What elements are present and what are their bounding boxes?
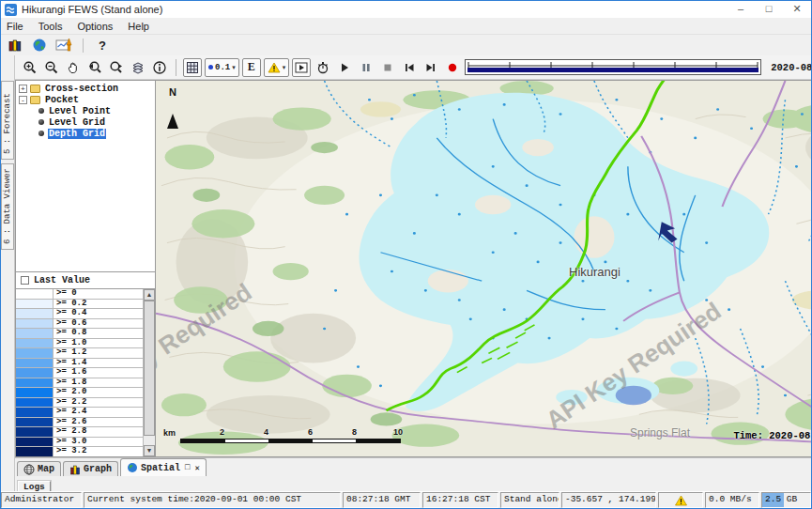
tree-item[interactable]: Level Grid [16, 116, 155, 128]
scale-tick: 2 [220, 427, 224, 437]
tab-graph-label: Graph [84, 464, 112, 474]
legend-scrollbar[interactable]: ▲ ▼ [143, 289, 155, 456]
legend-row[interactable]: >= 3.2 [16, 447, 143, 456]
legend-row[interactable]: >= 0 [16, 289, 143, 300]
basemap [156, 81, 812, 456]
zoom-out-icon[interactable] [42, 58, 61, 77]
legend-swatch [16, 438, 54, 447]
title-bar: Hikurangi FEWS (Stand alone) – □ ✕ [1, 1, 811, 18]
toolbar-separator [176, 59, 176, 76]
tab-map-label: Map [38, 464, 54, 474]
maximize-button[interactable]: □ [755, 1, 783, 18]
legend-label: >= 1.6 [54, 368, 143, 378]
info-icon[interactable] [150, 58, 169, 77]
legend-swatch [16, 329, 54, 338]
stop-icon[interactable] [378, 58, 397, 77]
toolbar-separator [83, 39, 84, 53]
scroll-down-icon[interactable]: ▼ [144, 445, 155, 456]
grid-toggle-button[interactable] [183, 58, 202, 77]
globe-wire-icon [23, 464, 35, 475]
tab-forecast[interactable]: 5 : Forecast [1, 81, 14, 160]
play-icon[interactable] [335, 58, 354, 77]
tree-expander[interactable]: - [19, 96, 27, 104]
tree-node-icon [30, 96, 40, 104]
tab-spatial-label: Spatial [141, 463, 180, 473]
map-display-icon[interactable] [31, 38, 48, 53]
step-backward-icon[interactable] [400, 58, 419, 77]
tree-item[interactable]: Level Point [16, 105, 155, 116]
legend-label: >= 2.8 [54, 427, 143, 437]
tree-expander[interactable]: + [19, 85, 27, 93]
legend-row[interactable]: >= 1.2 [16, 348, 143, 359]
menu-tools[interactable]: Tools [38, 21, 63, 32]
legend-label: >= 2.0 [54, 388, 143, 397]
legend-label: >= 1.8 [54, 378, 143, 388]
layers-icon[interactable] [129, 58, 147, 77]
pan-icon[interactable] [64, 58, 83, 77]
chevron-down-icon: ▾ [232, 64, 236, 71]
close-button[interactable]: ✕ [783, 1, 811, 18]
contour-interval-dropdown[interactable]: 0.1 ▾ [205, 58, 239, 77]
layer-tree: + Cross-section - Pocket [15, 80, 156, 272]
scrollbar-thumb[interactable] [144, 301, 155, 436]
spatial-display-icon[interactable] [55, 38, 72, 53]
timeline-slider[interactable] [465, 59, 761, 75]
warning-dropdown[interactable]: ▾ [264, 58, 290, 77]
logs-row: Logs [15, 476, 812, 491]
animation-settings-icon[interactable] [314, 58, 332, 77]
window-title: Hikurangi FEWS (Stand alone) [22, 4, 162, 15]
map-view[interactable]: API Key Required API Key Required N Hiku… [156, 80, 812, 457]
tab-data-viewer[interactable]: 6 : Data Viewer [1, 163, 14, 250]
status-bar: Administrator Current system time:2020-0… [1, 491, 811, 508]
tab-restore-icon[interactable]: □ [185, 463, 190, 472]
status-gmt-time: 08:27:18 GMT [343, 492, 421, 508]
tab-spatial[interactable]: Spatial □ ✕ [120, 458, 207, 476]
help-icon[interactable]: ? [94, 38, 111, 53]
tree-item[interactable]: - Pocket [16, 94, 155, 105]
zoom-previous-icon[interactable] [85, 58, 104, 77]
zoom-next-icon[interactable] [107, 58, 126, 77]
last-value-label: Last Value [34, 275, 90, 285]
tab-map[interactable]: Map [17, 461, 61, 476]
scroll-up-icon[interactable]: ▲ [144, 289, 155, 301]
legend-label: >= 2.6 [54, 418, 143, 427]
legend-row[interactable]: >= 2.8 [16, 427, 143, 438]
data-display-icon[interactable] [7, 38, 23, 53]
status-system-time: Current system time:2020-09-01 00:00 CST [84, 492, 341, 508]
scale-tick: 4 [264, 427, 268, 437]
tab-graph[interactable]: Graph [63, 461, 118, 476]
tree-item[interactable]: Depth Grid [16, 128, 155, 139]
legend-row[interactable]: >= 0.8 [16, 329, 143, 339]
application-window: Hikurangi FEWS (Stand alone) – □ ✕ File … [0, 0, 812, 509]
status-warning-cell[interactable] [658, 492, 703, 508]
status-coordinates: -35.657 , 174.199 [561, 492, 656, 508]
menu-file[interactable]: File [7, 21, 23, 32]
legend-label: >= 1.4 [54, 359, 143, 368]
legend-toggle-button[interactable]: E [242, 58, 261, 77]
legend-row[interactable]: >= 2.4 [16, 408, 143, 418]
legend-row[interactable]: >= 2.0 [16, 388, 143, 398]
map-time-label: Time: 2020-08-25 00:00:00 CST [733, 430, 812, 441]
tree-item[interactable]: + Cross-section [16, 83, 155, 94]
tree-node-icon [30, 85, 40, 93]
step-forward-icon[interactable] [421, 58, 440, 77]
legend-row[interactable]: >= 1.6 [16, 368, 143, 378]
timeline-range-bar[interactable] [467, 68, 758, 72]
tab-close-icon[interactable]: ✕ [194, 463, 199, 473]
tree-node-label: Cross-section [44, 84, 119, 94]
menu-help[interactable]: Help [128, 21, 149, 32]
last-value-checkbox[interactable] [21, 276, 29, 285]
minimize-button[interactable]: – [727, 1, 755, 18]
legend-row[interactable]: >= 0.4 [16, 309, 143, 319]
legend-swatch [16, 289, 54, 299]
app-icon [5, 4, 17, 16]
scale-tick: 6 [308, 427, 313, 437]
record-icon[interactable] [443, 58, 462, 77]
legend-label: >= 3.0 [54, 438, 143, 447]
tree-node-label: Pocket [44, 95, 80, 105]
movie-export-button[interactable] [292, 58, 311, 77]
pause-icon[interactable] [357, 58, 375, 77]
zoom-in-icon[interactable] [21, 58, 39, 77]
menu-options[interactable]: Options [77, 21, 113, 32]
warning-icon [268, 62, 281, 73]
